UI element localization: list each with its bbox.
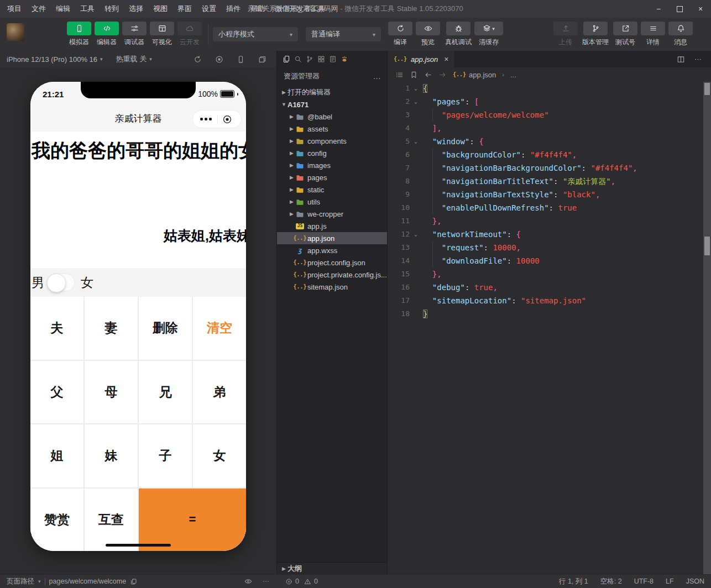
- outline-list-icon[interactable]: [395, 71, 404, 79]
- fold-chevron-icon[interactable]: ⌄: [410, 95, 422, 108]
- toolbar-button[interactable]: ▾清缓存: [475, 22, 502, 47]
- toolbar-button[interactable]: 云开发: [176, 22, 203, 47]
- more-dots-icon[interactable]: [262, 578, 270, 585]
- code-line-11[interactable]: 11 },: [388, 214, 703, 228]
- keypad-key[interactable]: 姐: [30, 424, 83, 487]
- tree-item-app.json[interactable]: {..}app.json: [277, 232, 388, 244]
- tree-item-[interactable]: ▶打开的编辑器: [277, 86, 388, 98]
- tree-item-app.js[interactable]: JSapp.js: [277, 220, 388, 232]
- tree-item-config[interactable]: ▶config: [277, 147, 388, 159]
- keypad-key[interactable]: =: [139, 489, 246, 552]
- toolbar-button[interactable]: 真机调试: [442, 22, 474, 47]
- tree-item-static[interactable]: ▶static: [277, 183, 388, 196]
- code-area[interactable]: 1⌄{2⌄ "pages": [3 "pages/welcome/welcome…: [388, 82, 703, 575]
- toolbar-button[interactable]: 版本管理: [580, 22, 611, 47]
- close-button[interactable]: ×: [690, 0, 711, 18]
- fold-chevron-icon[interactable]: ⌄: [410, 228, 422, 241]
- navigate-back-icon[interactable]: [424, 71, 432, 79]
- toolbar-button[interactable]: 上传: [552, 22, 579, 47]
- keypad-key[interactable]: 妹: [85, 424, 138, 487]
- code-line-7[interactable]: 7 "navigationBarBackgroundColor": "#f4f4…: [388, 161, 703, 175]
- tree-item-A1671[interactable]: ▼A1671: [277, 98, 388, 111]
- cursor-position[interactable]: 行 1, 列 1: [559, 577, 588, 586]
- code-line-10[interactable]: 10 "enablePullDownRefresh": true: [388, 201, 703, 214]
- toolbar-button[interactable]: 可视化: [149, 22, 175, 47]
- code-line-4[interactable]: 4 ],: [388, 122, 703, 135]
- menu-item[interactable]: 界面: [172, 0, 197, 18]
- refresh-icon[interactable]: [194, 55, 202, 64]
- tree-item-pages[interactable]: ▶pages: [277, 171, 388, 183]
- code-line-8[interactable]: 8 "navigationBarTitleText": "亲戚计算器",: [388, 175, 703, 188]
- outline-section[interactable]: ▶大纲: [277, 562, 388, 575]
- toolbar-button[interactable]: 调试器: [121, 22, 148, 47]
- device-select[interactable]: iPhone 12/13 (Pro) 100% 16▾: [0, 55, 109, 64]
- tree-item-utils[interactable]: ▶utils: [277, 196, 388, 208]
- code-line-9[interactable]: 9 "navigationBarTextStyle": "black",: [388, 188, 703, 201]
- menu-item[interactable]: 工具: [75, 0, 100, 18]
- bookmark-icon[interactable]: [410, 71, 418, 79]
- code-line-15[interactable]: 15 },: [388, 267, 703, 281]
- fold-chevron-icon[interactable]: ⌄: [410, 135, 422, 148]
- code-line-12[interactable]: 12⌄ "networkTimeout": {: [388, 228, 703, 241]
- code-line-18[interactable]: 18}: [388, 307, 703, 321]
- code-line-6[interactable]: 6 "backgroundColor": "#f4f4f4",: [388, 148, 703, 161]
- tree-item-app.wxss[interactable]: ʒapp.wxss: [277, 244, 388, 256]
- menu-item[interactable]: 文件: [27, 0, 51, 18]
- breadcrumb-file[interactable]: {..} app.json: [453, 71, 496, 79]
- toolbar-button[interactable]: 测试号: [612, 22, 639, 47]
- phone-icon[interactable]: [237, 55, 245, 64]
- gender-toggle[interactable]: [46, 273, 75, 292]
- navigate-forward-icon[interactable]: [438, 71, 447, 79]
- page-path-label[interactable]: 页面路径: [7, 577, 34, 586]
- tree-item-project.config.json[interactable]: {..}project.config.json: [277, 256, 388, 269]
- winstack-icon[interactable]: [258, 55, 266, 64]
- branch-icon[interactable]: [306, 55, 313, 63]
- keypad-key[interactable]: 删除: [139, 297, 192, 360]
- keypad-key[interactable]: 妻: [85, 297, 138, 360]
- toolbar-button[interactable]: 消息: [667, 22, 694, 47]
- keypad-key[interactable]: 夫: [30, 297, 83, 360]
- toolbar-button[interactable]: 详情: [640, 22, 666, 47]
- tree-item-assets[interactable]: ▶assets: [277, 123, 388, 135]
- indentation[interactable]: 空格: 2: [600, 577, 622, 586]
- editor-more-icon[interactable]: [694, 55, 702, 64]
- tab-app-json[interactable]: {..} app.json ×: [388, 51, 455, 67]
- code-line-3[interactable]: 3 "pages/welcome/welcome": [388, 108, 703, 122]
- code-line-13[interactable]: 13 "request": 10000,: [388, 241, 703, 254]
- scrollbar-thumb[interactable]: [704, 83, 710, 95]
- tree-item-project.private.config.js...[interactable]: {..}project.private.config.js...: [277, 269, 388, 281]
- grid-icon[interactable]: [317, 55, 325, 63]
- maximize-button[interactable]: [669, 0, 690, 18]
- keypad-key[interactable]: 女: [193, 424, 246, 487]
- tree-item-@babel[interactable]: ▶@babel: [277, 111, 388, 123]
- editor-scrollbar[interactable]: [703, 82, 711, 575]
- user-avatar[interactable]: [7, 23, 24, 41]
- menu-item[interactable]: 转到: [100, 0, 124, 18]
- toolbar-button[interactable]: 编辑器: [93, 22, 120, 47]
- code-line-17[interactable]: 17 "sitemapLocation": "sitemap.json": [388, 294, 703, 307]
- code-line-1[interactable]: 1⌄{: [388, 82, 703, 95]
- breadcrumb-more[interactable]: ...: [510, 71, 516, 79]
- keypad-key[interactable]: 弟: [193, 361, 246, 424]
- program-mode-select[interactable]: 小程序模式▾: [213, 27, 298, 41]
- keypad-key[interactable]: 子: [139, 424, 192, 487]
- tree-item-images[interactable]: ▶images: [277, 159, 388, 171]
- toolbar-button[interactable]: 模拟器: [66, 22, 92, 47]
- phone-simulator[interactable]: 21:21 100% 亲戚计算器 我的爸爸的哥哥的姐姐的女儿 姑表姐,姑表妹 男…: [30, 82, 246, 551]
- eye-icon[interactable]: [244, 578, 252, 585]
- keypad-key[interactable]: 赞赏: [30, 489, 83, 552]
- record-icon[interactable]: [215, 55, 223, 64]
- encoding[interactable]: UTF-8: [634, 578, 654, 585]
- split-editor-icon[interactable]: [677, 55, 685, 64]
- code-line-5[interactable]: 5⌄ "window": {: [388, 135, 703, 148]
- explorer-more-button[interactable]: ...: [373, 72, 381, 81]
- eol-type[interactable]: LF: [666, 578, 674, 585]
- keypad-key[interactable]: 兄: [139, 361, 192, 424]
- more-menu-button[interactable]: [200, 118, 212, 120]
- menu-item[interactable]: 编辑: [51, 0, 75, 18]
- files-icon[interactable]: [283, 55, 290, 63]
- tree-item-we-cropper[interactable]: ▶we-cropper: [277, 208, 388, 220]
- compile-mode-select[interactable]: 普通编译▾: [306, 27, 381, 41]
- close-miniprogram-button[interactable]: [222, 114, 232, 124]
- toolbar-button[interactable]: 预览: [415, 22, 441, 47]
